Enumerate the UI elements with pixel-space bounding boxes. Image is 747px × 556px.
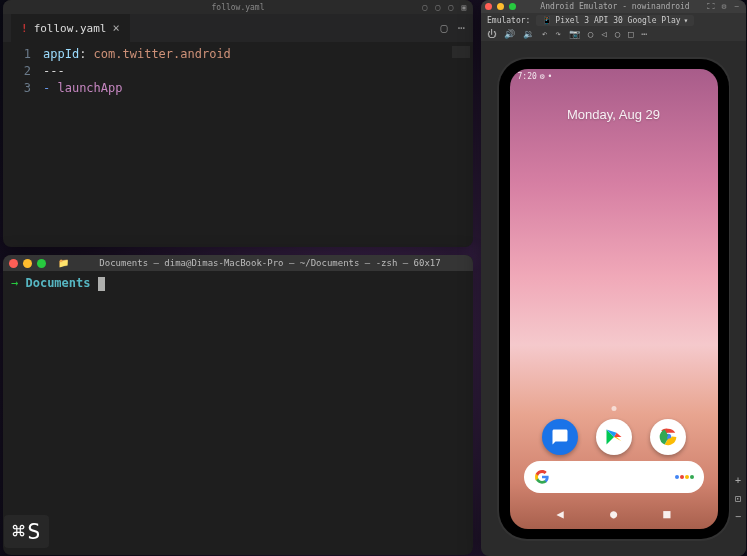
nav-back-icon[interactable]: ◀ [557, 507, 564, 521]
tab-close-icon[interactable]: × [112, 21, 119, 35]
chevron-down-icon: ▾ [684, 16, 689, 25]
phone-icon: 📱 [542, 16, 552, 25]
line-number: 3 [3, 80, 43, 97]
line-number: 2 [3, 63, 43, 80]
panel-right-icon[interactable]: ▢ [446, 2, 456, 12]
more-actions-icon[interactable]: ⋯ [458, 21, 465, 35]
device-name: Pixel 3 API 30 Google Play [555, 16, 680, 25]
terminal-window: 📁 Documents — dima@Dimas-MacBook-Pro — ~… [3, 255, 473, 555]
rotate-left-icon[interactable]: ↶ [542, 29, 547, 39]
shortcut-indicator: ⌘S [4, 515, 49, 548]
terminal-titlebar: 📁 Documents — dima@Dimas-MacBook-Pro — ~… [3, 255, 473, 271]
line-number: 1 [3, 46, 43, 63]
minimize-window-icon[interactable] [497, 3, 504, 10]
code-editor[interactable]: 1appId: com.twitter.android2---3- launch… [3, 42, 473, 101]
editor-window: follow.yaml ▢ ▢ ▢ ▣ ! follow.yaml × ▢ ⋯ … [3, 0, 473, 247]
minimap[interactable] [452, 46, 470, 86]
android-statusbar: 7:20 ⚙ • [510, 69, 718, 85]
zoom-out-icon[interactable]: − [730, 507, 746, 525]
nav-home-icon[interactable]: ● [610, 507, 617, 521]
terminal-cursor [98, 277, 105, 291]
page-indicator [611, 406, 616, 411]
rotate-right-icon[interactable]: ↷ [555, 29, 560, 39]
traffic-lights [485, 3, 516, 10]
command-symbol: ⌘ [12, 519, 25, 544]
phone-screen[interactable]: 7:20 ⚙ • Monday, Aug 29 [510, 69, 718, 529]
editor-window-title: follow.yaml [212, 3, 265, 12]
line-content: appId: com.twitter.android [43, 46, 231, 63]
shortcut-key: S [27, 519, 40, 544]
status-gear-icon: ⚙ [540, 72, 545, 81]
phone-frame: 7:20 ⚙ • Monday, Aug 29 [499, 59, 729, 539]
terminal-body[interactable]: → Documents [3, 271, 473, 295]
home-date: Monday, Aug 29 [510, 107, 718, 122]
emulator-window-title: Android Emulator - nowinandroid [527, 2, 703, 11]
code-line[interactable]: 2--- [3, 63, 473, 80]
panel-left-icon[interactable]: ▢ [420, 2, 430, 12]
emulator-titlebar: Android Emulator - nowinandroid ⛶ ⚙ − [481, 0, 746, 13]
maximize-window-icon[interactable] [509, 3, 516, 10]
volume-down-icon[interactable]: 🔉 [523, 29, 534, 39]
emulator-label: Emulator: [487, 16, 530, 25]
nav-overview-icon[interactable]: ■ [663, 507, 670, 521]
tabbar-actions: ▢ ⋯ [441, 21, 465, 35]
prompt-arrow: → [11, 276, 18, 290]
layout-icon[interactable]: ▣ [459, 2, 469, 12]
assistant-icon[interactable] [675, 475, 694, 479]
code-line[interactable]: 3- launchApp [3, 80, 473, 97]
file-tab[interactable]: ! follow.yaml × [11, 14, 130, 42]
overview-icon[interactable]: □ [628, 29, 633, 39]
folder-icon: 📁 [58, 258, 69, 268]
panel-bottom-icon[interactable]: ▢ [433, 2, 443, 12]
editor-titlebar: follow.yaml ▢ ▢ ▢ ▣ [3, 0, 473, 14]
editor-titlebar-controls: ▢ ▢ ▢ ▣ [420, 2, 469, 12]
emulator-device-bar: Emulator: 📱 Pixel 3 API 30 Google Play ▾ [481, 13, 746, 27]
emulator-window: Android Emulator - nowinandroid ⛶ ⚙ − Em… [481, 0, 746, 556]
terminal-title: Documents — dima@Dimas-MacBook-Pro — ~/D… [73, 258, 467, 268]
chrome-app-icon[interactable] [650, 419, 686, 455]
code-line[interactable]: 1appId: com.twitter.android [3, 46, 473, 63]
back-icon[interactable]: ◁ [601, 29, 606, 39]
traffic-lights [9, 259, 46, 268]
yaml-file-icon: ! [21, 22, 28, 35]
minimize-window-icon[interactable] [23, 259, 32, 268]
expand-icon[interactable]: ⛶ [706, 2, 716, 12]
close-window-icon[interactable] [485, 3, 492, 10]
zoom-reset-icon[interactable]: ⊡ [730, 489, 746, 507]
tab-bar: ! follow.yaml × ▢ ⋯ [3, 14, 473, 42]
more-icon[interactable]: ⋯ [642, 29, 647, 39]
emulator-toolbar: ⏻ 🔊 🔉 ↶ ↷ 📷 ◯ ◁ ○ □ ⋯ [481, 27, 746, 41]
google-search-bar[interactable] [524, 461, 704, 493]
android-navbar: ◀ ● ■ [510, 499, 718, 529]
camera-icon[interactable]: ◯ [588, 29, 593, 39]
power-icon[interactable]: ⏻ [487, 29, 496, 39]
home-icon[interactable]: ○ [615, 29, 620, 39]
device-area: 7:20 ⚙ • Monday, Aug 29 [481, 41, 746, 556]
split-editor-icon[interactable]: ▢ [441, 21, 448, 35]
tab-label: follow.yaml [34, 22, 107, 35]
screenshot-icon[interactable]: 📷 [569, 29, 580, 39]
prompt-path: Documents [25, 276, 90, 290]
device-selector[interactable]: 📱 Pixel 3 API 30 Google Play ▾ [536, 15, 694, 26]
line-content: - launchApp [43, 80, 122, 97]
volume-up-icon[interactable]: 🔊 [504, 29, 515, 39]
play-store-app-icon[interactable] [596, 419, 632, 455]
status-dot-icon: • [548, 72, 553, 81]
close-window-icon[interactable] [9, 259, 18, 268]
emulator-sidebar: + ⊡ − [730, 41, 746, 556]
zoom-in-icon[interactable]: + [730, 471, 746, 489]
maximize-window-icon[interactable] [37, 259, 46, 268]
messages-app-icon[interactable] [542, 419, 578, 455]
status-time: 7:20 [518, 72, 537, 81]
minimize-icon[interactable]: − [732, 2, 742, 12]
dock [510, 419, 718, 455]
line-content: --- [43, 63, 65, 80]
google-logo-icon [534, 469, 550, 485]
gear-icon[interactable]: ⚙ [719, 2, 729, 12]
